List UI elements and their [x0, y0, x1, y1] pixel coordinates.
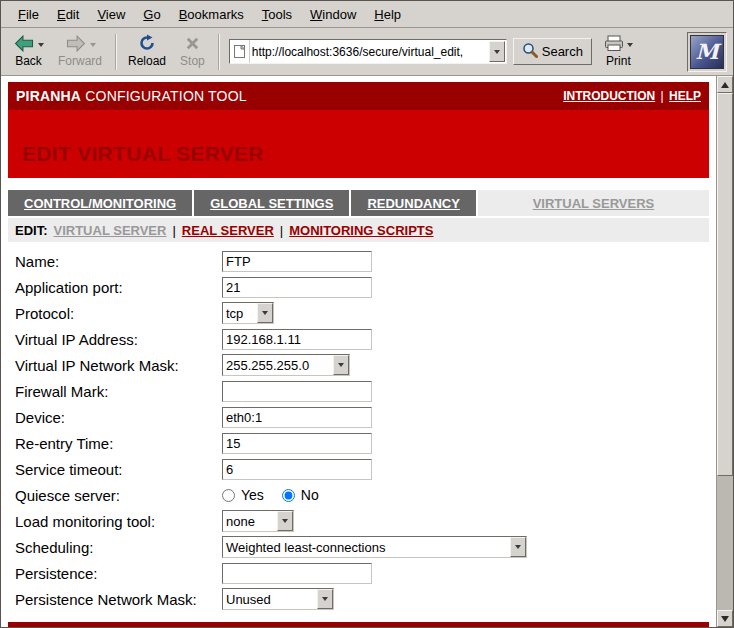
toolbar: Back Forward Reload [1, 28, 733, 76]
scrollbar-track[interactable] [717, 93, 733, 610]
scheduling-label: Scheduling: [15, 539, 222, 556]
quiesce-yes-radio[interactable] [222, 489, 235, 502]
mozilla-logo[interactable]: M [687, 32, 727, 72]
print-label: Print [606, 55, 631, 68]
select-arrow-button [257, 303, 273, 323]
back-button[interactable]: Back [7, 32, 50, 71]
vertical-scrollbar[interactable] [716, 76, 733, 627]
persistence-input[interactable] [222, 563, 372, 584]
subnav-real-server-link[interactable]: REAL SERVER [182, 223, 274, 238]
name-input[interactable] [222, 251, 372, 272]
brand-rest: CONFIGURATION TOOL [81, 88, 247, 104]
quiesce-no-label: No [301, 487, 319, 503]
browser-window: File Edit View Go Bookmarks Tools Window… [0, 0, 734, 628]
menu-item-help[interactable]: Help [365, 3, 410, 26]
menu-bar: File Edit View Go Bookmarks Tools Window… [1, 1, 733, 28]
load-monitoring-select[interactable]: none [222, 510, 294, 532]
persistence-netmask-select-value: Unused [223, 592, 317, 607]
browser-content: PIRANHA CONFIGURATION TOOL INTRODUCTION … [1, 76, 733, 627]
stop-label: Stop [180, 55, 205, 68]
page-title: EDIT VIRTUAL SERVER [22, 142, 264, 166]
scrollbar-thumb[interactable] [717, 93, 733, 476]
reload-button[interactable]: Reload [122, 32, 172, 71]
protocol-select-value: tcp [223, 306, 257, 321]
tab-global-settings[interactable]: GLOBAL SETTINGS [194, 190, 349, 216]
firewall-mark-input[interactable] [222, 381, 372, 402]
application-port-label: Application port: [15, 279, 222, 296]
reentry-time-label: Re-entry Time: [15, 435, 222, 452]
select-arrow-button [277, 511, 293, 531]
form-row-application-port: Application port: [15, 274, 709, 300]
persistence-label: Persistence: [15, 565, 222, 582]
menu-item-go[interactable]: Go [134, 3, 169, 26]
toolbar-separator [218, 34, 220, 70]
menu-item-file[interactable]: File [9, 3, 48, 26]
header-link-separator: | [659, 89, 666, 103]
menu-item-window[interactable]: Window [301, 3, 365, 26]
help-link[interactable]: HELP [669, 89, 701, 103]
forward-label: Forward [58, 55, 102, 68]
forward-arrow-icon [65, 35, 87, 56]
service-timeout-input[interactable] [222, 459, 372, 480]
vip-netmask-label: Virtual IP Network Mask: [15, 357, 222, 374]
introduction-link[interactable]: INTRODUCTION [563, 89, 655, 103]
subnav-separator: | [172, 223, 175, 238]
print-dropdown-icon[interactable] [627, 43, 633, 47]
print-icon [604, 35, 624, 56]
subnav-virtual-server-current: VIRTUAL SERVER [54, 223, 167, 238]
url-dropdown-button[interactable] [489, 41, 505, 62]
form-row-vip-netmask: Virtual IP Network Mask: 255.255.255.0 [15, 352, 709, 378]
scroll-up-button[interactable] [717, 76, 733, 93]
menu-item-bookmarks[interactable]: Bookmarks [170, 3, 253, 26]
chevron-down-icon [515, 545, 521, 549]
tab-virtual-servers[interactable]: VIRTUAL SERVERS [478, 190, 709, 216]
vip-netmask-select[interactable]: 255.255.255.0 [222, 354, 350, 376]
url-bar[interactable] [229, 39, 507, 64]
select-arrow-button [510, 537, 526, 557]
application-port-input[interactable] [222, 277, 372, 298]
url-input[interactable] [250, 40, 489, 63]
virtual-ip-input[interactable] [222, 329, 372, 350]
reentry-time-input[interactable] [222, 433, 372, 454]
device-input[interactable] [222, 407, 372, 428]
load-monitoring-select-value: none [223, 514, 277, 529]
piranha-page: PIRANHA CONFIGURATION TOOL INTRODUCTION … [1, 76, 716, 627]
bottom-red-bar [8, 622, 709, 627]
chevron-down-icon [262, 311, 268, 315]
forward-dropdown-icon [90, 43, 96, 47]
vip-netmask-select-value: 255.255.255.0 [223, 358, 333, 373]
page-banner: EDIT VIRTUAL SERVER [8, 110, 709, 178]
back-dropdown-icon[interactable] [38, 43, 44, 47]
form-row-device: Device: [15, 404, 709, 430]
persistence-netmask-label: Persistence Network Mask: [15, 591, 222, 608]
menu-item-view[interactable]: View [88, 3, 134, 26]
reload-label: Reload [128, 55, 166, 68]
toolbar-separator [115, 34, 117, 70]
quiesce-yes-label: Yes [241, 487, 264, 503]
chevron-down-icon [282, 519, 288, 523]
quiesce-no-radio[interactable] [282, 489, 295, 502]
form-row-persistence-netmask: Persistence Network Mask: Unused [15, 586, 709, 612]
tab-redundancy[interactable]: REDUNDANCY [351, 190, 475, 216]
print-button[interactable]: Print [598, 32, 639, 71]
chevron-down-icon [322, 597, 328, 601]
reload-icon [138, 34, 156, 56]
chevron-down-icon [494, 50, 500, 54]
back-label: Back [15, 55, 42, 68]
tab-control-monitoring[interactable]: CONTROL/MONITORING [8, 190, 192, 216]
menu-item-tools[interactable]: Tools [253, 3, 301, 26]
protocol-select[interactable]: tcp [222, 302, 274, 324]
menu-item-edit[interactable]: Edit [48, 3, 88, 26]
persistence-netmask-select[interactable]: Unused [222, 588, 334, 610]
scroll-down-button[interactable] [717, 610, 733, 627]
search-button[interactable]: Search [513, 38, 592, 65]
scheduling-select[interactable]: Weighted least-connections [222, 536, 527, 558]
search-label: Search [542, 44, 583, 59]
arrow-up-icon [721, 82, 729, 88]
subnav-monitoring-scripts-link[interactable]: MONITORING SCRIPTS [289, 223, 433, 238]
form-row-load-monitoring: Load monitoring tool: none [15, 508, 709, 534]
stop-icon [184, 35, 201, 56]
subnav-separator: | [280, 223, 283, 238]
page-icon [230, 40, 250, 63]
select-arrow-button [333, 355, 349, 375]
